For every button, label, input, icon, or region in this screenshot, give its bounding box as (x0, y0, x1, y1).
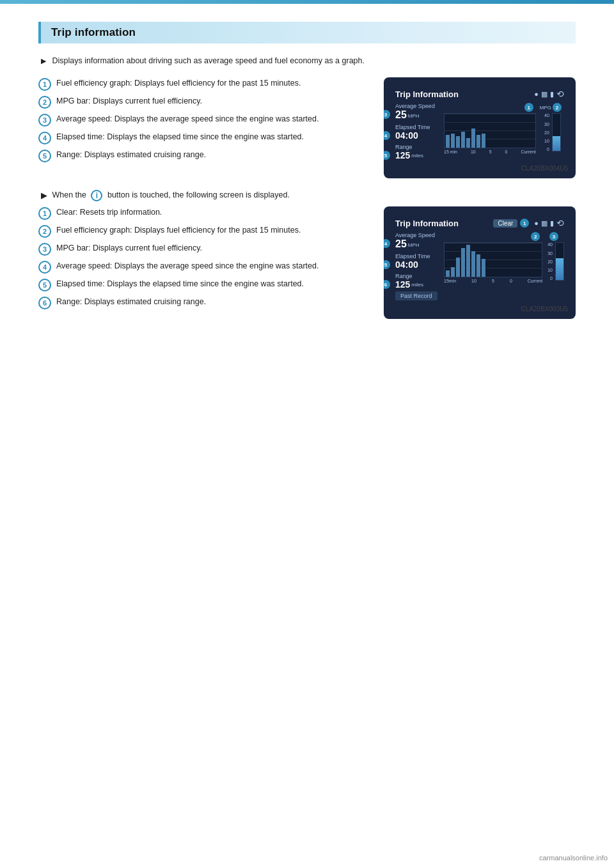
chart-bar (476, 135, 480, 148)
back-button-2[interactable]: ⟲ (556, 218, 564, 228)
screen-content-1: Average Speed 3 25 MPH Elapsed Time (395, 103, 564, 160)
list-item: 6 Range: Displays estimated cruising ran… (38, 296, 362, 309)
screenshot-1: Trip Information ● ▩ ▮ ⟲ Av (384, 77, 576, 178)
screen-title-1: Trip Information (395, 89, 459, 99)
section2-layout: 1 Clear: Resets trip information. 2 Fuel… (38, 206, 576, 319)
x-axis-labels-2: 15min 10 5 0 Current (444, 279, 542, 283)
elapsed-label-2: Elapsed Time (395, 253, 440, 260)
mpg-section-1: MPG 2 40 30 20 10 0 (540, 103, 564, 160)
grid-line (445, 122, 535, 123)
chart-bar (466, 138, 470, 148)
items-col-1: 1 Fuel efficiency graph: Displays fuel e… (38, 77, 362, 178)
badge-5: 5 (38, 150, 51, 162)
range-value: 125 (395, 151, 410, 160)
badge-4: 4 (38, 132, 51, 144)
chart-bar (461, 248, 465, 277)
range-label: Range (395, 144, 440, 150)
chart-bar (456, 258, 460, 277)
signal-icon: ▩ (541, 90, 547, 98)
battery-icon-2: ▮ (550, 219, 554, 228)
back-button[interactable]: ⟲ (556, 89, 564, 99)
screen-status-icons: ● ▩ ▮ ⟲ (534, 89, 564, 99)
elapsed-value: 04:00 (395, 131, 418, 140)
avg-speed-section: Average Speed 3 25 MPH (395, 103, 440, 120)
avg-speed-unit: MPH (408, 113, 420, 119)
screenshot-2: Trip Information Clear 1 ● ▩ ▮ ⟲ (384, 206, 576, 319)
mpg-fill-2 (556, 258, 563, 281)
chart-bar (451, 267, 455, 277)
avg-speed-value: 25 (395, 110, 407, 120)
range-section-2: Range 6 125 miles (395, 273, 440, 289)
chart-bar (461, 132, 465, 148)
stats-column-2: Average Speed 4 25 MPH Elapsed Time (395, 232, 440, 300)
chart-bar (476, 254, 480, 277)
badge-2: 2 (38, 96, 51, 109)
screen-title-row-1: Trip Information ● ▩ ▮ ⟲ (395, 89, 564, 99)
watermark: carmanualsonline.info (539, 854, 608, 862)
grid-line (445, 114, 535, 114)
bluetooth-icon: ● (534, 90, 539, 98)
chart-bar (482, 259, 485, 277)
screen-display-1: Trip Information ● ▩ ▮ ⟲ Av (390, 84, 569, 162)
caption-1: CLA20BX004U5 (390, 165, 569, 172)
screen-title-2: Trip Information (395, 219, 459, 228)
fuel-chart-2 (444, 242, 542, 277)
badge-1-screen: 1 (524, 103, 533, 112)
list-item: 2 MPG bar: Displays current fuel efficie… (38, 95, 362, 109)
range-unit-2: miles (411, 282, 423, 288)
chart-bar (471, 251, 475, 277)
badge-3-screen: 3 (384, 110, 390, 119)
stats-column: Average Speed 3 25 MPH Elapsed Time (395, 103, 440, 160)
badge-3: 3 (38, 114, 51, 127)
list-item: 5 Elapsed time: Displays the elapsed tim… (38, 278, 362, 291)
list-item: 1 Clear: Resets trip information. (38, 206, 362, 220)
past-record-button[interactable]: Past Record (395, 291, 437, 300)
chart-bar (456, 136, 460, 148)
screen2-intro: ▶ When the i button is touched, the foll… (38, 190, 576, 201)
mpg-bar-2 (555, 242, 564, 281)
fuel-chart-1 (444, 113, 536, 148)
list-item: 1 Fuel efficiency graph: Displays fuel e… (38, 77, 362, 91)
badge-s2-2: 2 (38, 225, 51, 238)
screen-content-2: Average Speed 4 25 MPH Elapsed Time (395, 232, 564, 300)
avg-speed-label-2: Average Speed (395, 232, 440, 238)
chart-bar (446, 135, 450, 148)
list-item: 4 Elapsed time: Displays the elapsed tim… (38, 131, 362, 144)
mpg-scale-1: 40 30 20 10 0 (544, 113, 549, 151)
caption-2: CLA20BX003U5 (390, 306, 569, 313)
mpg-label-1: MPG (540, 105, 551, 111)
chart-bar (446, 270, 450, 277)
bluetooth-icon-2: ● (534, 219, 539, 227)
info-icon: i (91, 190, 102, 201)
badge-4-screen: 4 (384, 131, 390, 140)
avg-speed-label: Average Speed (395, 103, 440, 109)
intro-bullet1: Displays information about driving such … (38, 55, 576, 67)
range-section: Range 5 125 miles (395, 144, 440, 160)
mpg-section-2: 3 40 30 20 10 0 (546, 232, 564, 300)
badge-3-s2-screen: 3 (549, 232, 558, 241)
screenshot-col-2: Trip Information Clear 1 ● ▩ ▮ ⟲ (377, 206, 576, 319)
list-item: 3 Average speed: Displays the average sp… (38, 113, 362, 127)
mpg-scale-2: 40 30 20 10 0 (547, 242, 553, 281)
avg-speed-value-2: 25 (395, 239, 407, 249)
chart-bar (451, 134, 455, 148)
badge-5-screen: 5 (384, 151, 390, 160)
chart-bar (466, 245, 470, 277)
screenshot-col-1: Trip Information ● ▩ ▮ ⟲ Av (377, 77, 576, 178)
grid-line (445, 130, 535, 131)
list-item: 5 Range: Displays estimated cruising ran… (38, 149, 362, 162)
badge-1-s2-screen: 1 (520, 219, 529, 228)
screen-title-row-2: Trip Information Clear 1 ● ▩ ▮ ⟲ (395, 218, 564, 228)
badge-2-s2-screen: 2 (531, 232, 540, 241)
badge-s2-3: 3 (38, 243, 51, 256)
bullet-arrow-2: ▶ (41, 191, 47, 200)
screen-display-2: Trip Information Clear 1 ● ▩ ▮ ⟲ (390, 213, 569, 303)
clear-button[interactable]: Clear (493, 219, 517, 228)
section-header: Trip information (38, 22, 576, 43)
chart-bar (471, 128, 475, 148)
elapsed-value-2: 04:00 (395, 260, 418, 269)
section1-layout: 1 Fuel efficiency graph: Displays fuel e… (38, 77, 576, 178)
badge-4-s2-screen: 4 (384, 239, 390, 248)
chart-bar (482, 134, 485, 148)
grid-line (445, 243, 542, 244)
